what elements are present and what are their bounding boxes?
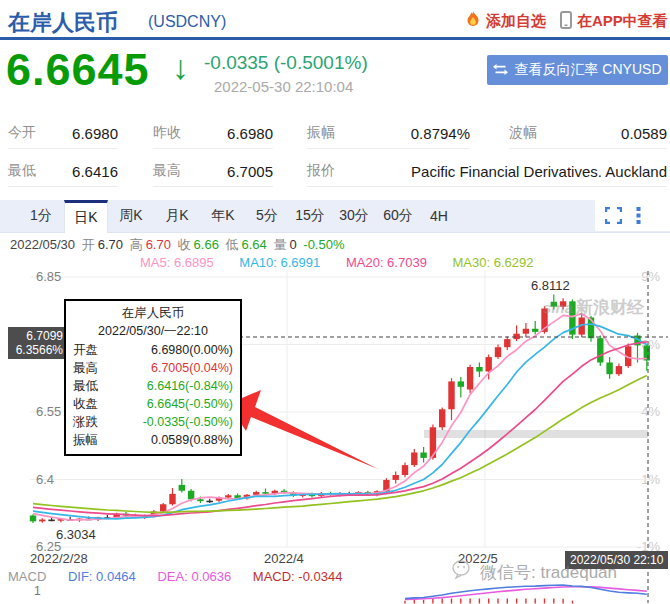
candle	[188, 491, 194, 500]
tooltip-row: 最低6.6416(-0.84%)	[73, 377, 233, 395]
candle	[597, 338, 603, 362]
candle	[262, 492, 268, 494]
candle	[504, 339, 510, 347]
candle	[476, 367, 482, 372]
candle	[606, 363, 612, 375]
tooltip-row-value: 6.7005(0.04%)	[151, 359, 233, 377]
tooltip-row-value: -0.0335(-0.50%)	[143, 413, 233, 431]
y-axis-label: 6.4	[36, 472, 54, 487]
macd-info-bar: MACD DIF: 0.0464 DEA: 0.0636 MACD: -0.03…	[8, 569, 360, 584]
tooltip-row: 收盘6.6645(-0.50%)	[73, 395, 233, 413]
annotation-arrow-icon	[228, 390, 378, 469]
candle	[439, 409, 445, 427]
candle	[486, 357, 492, 371]
tooltip-row: 开盘6.6980(0.00%)	[73, 341, 233, 359]
candle	[523, 329, 529, 334]
candle	[458, 381, 464, 386]
crosshair-price: 6.7099	[11, 329, 63, 343]
macd-pane	[405, 585, 647, 604]
tooltip-datetime: 2022/05/30/一22:10	[73, 322, 233, 341]
candle	[39, 520, 45, 522]
candle	[495, 347, 501, 357]
candle-tooltip: 在岸人民币 2022/05/30/一22:10 开盘6.6980(0.00%)最…	[64, 299, 242, 456]
macd-title: MACD	[8, 569, 46, 584]
candle	[160, 504, 166, 511]
candle	[616, 366, 622, 374]
macd-dif-line	[405, 585, 647, 599]
wechat-watermark-text: 微信号: tradequan	[480, 561, 617, 584]
candle	[448, 381, 454, 409]
macd-value-label: MACD: -0.0344	[253, 569, 343, 584]
tooltip-row-value: 6.6416(-0.84%)	[147, 377, 233, 395]
page: 在岸人民币 (USDCNY) 添加自选 在APP中查看 6.6645 ↓ -0.…	[0, 0, 670, 604]
tooltip-row-value: 6.6645(-0.50%)	[147, 395, 233, 413]
tooltip-row-value: 6.6980(0.00%)	[151, 341, 233, 359]
tooltip-title: 在岸人民币	[73, 304, 233, 322]
y-axis-label: 6.85	[36, 269, 61, 284]
tooltip-row: 最高6.7005(0.04%)	[73, 359, 233, 377]
wechat-icon	[452, 560, 474, 585]
candle	[207, 501, 213, 503]
candle	[253, 492, 259, 495]
candle	[513, 334, 519, 339]
low-annotation: 6.3034	[56, 527, 96, 542]
tooltip-row-label: 涨跌	[73, 413, 98, 431]
candle	[393, 475, 399, 480]
sina-watermark: sina 新浪财经	[543, 296, 644, 319]
high-annotation: 6.8112	[531, 278, 570, 293]
macd-dea-label: DEA: 0.0636	[157, 569, 231, 584]
wechat-watermark: 微信号: tradequan	[452, 560, 617, 585]
sina-logo: sina	[543, 299, 573, 316]
x-label-feb: 2022/2/28	[30, 551, 88, 566]
tooltip-row-label: 最高	[73, 359, 98, 377]
candle	[48, 520, 54, 522]
y-axis-label: 6.55	[36, 404, 61, 419]
candle	[467, 367, 473, 390]
tooltip-row-value: 0.0589(0.88%)	[151, 431, 233, 449]
candle	[179, 485, 185, 491]
candle	[225, 495, 231, 497]
crosshair-price-label: 6.7099 6.3566%	[8, 327, 66, 359]
tooltip-row: 涨跌-0.0335(-0.50%)	[73, 413, 233, 431]
macd-dif-label: DIF: 0.0464	[68, 569, 136, 584]
candle	[411, 453, 417, 466]
tooltip-row-label: 开盘	[73, 341, 98, 359]
candle	[30, 516, 36, 522]
crosshair-pct: 6.3566%	[11, 343, 63, 357]
tooltip-row-label: 收盘	[73, 395, 98, 413]
candle	[420, 453, 426, 458]
macd-dea-line	[405, 587, 647, 600]
sina-watermark-text: 新浪财经	[576, 296, 644, 319]
tooltip-row-label: 振幅	[73, 431, 98, 449]
candle	[402, 465, 408, 475]
macd-scale-label: 1	[34, 584, 41, 598]
x-label-apr: 2022/4	[264, 551, 304, 566]
candle	[532, 329, 538, 332]
candle	[197, 499, 203, 501]
candle	[169, 494, 175, 504]
tooltip-row: 振幅0.0589(0.88%)	[73, 431, 233, 449]
tooltip-row-label: 最低	[73, 377, 98, 395]
